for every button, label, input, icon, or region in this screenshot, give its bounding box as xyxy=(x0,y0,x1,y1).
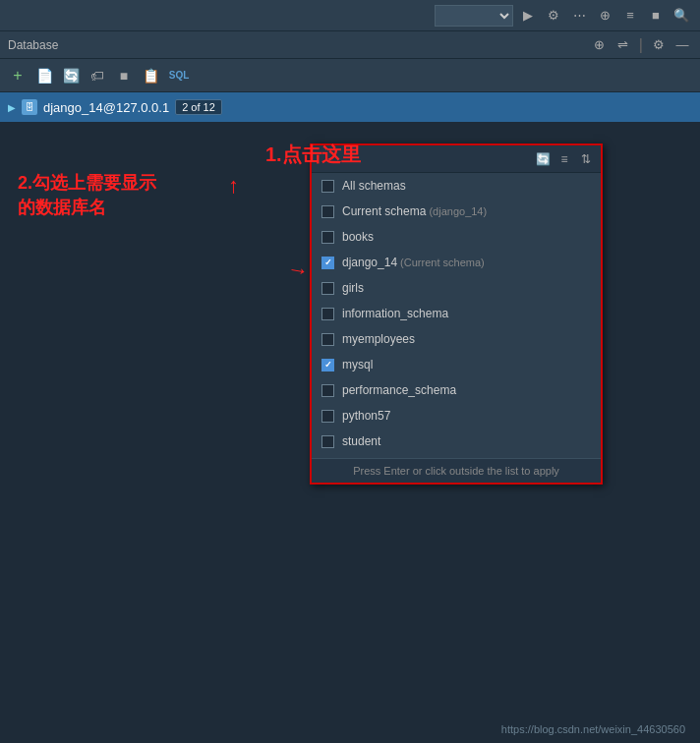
stop2-btn[interactable]: ■ xyxy=(112,64,136,87)
schema-checkbox[interactable] xyxy=(321,333,334,346)
schema-list: All schemasCurrent schema (django_14)boo… xyxy=(312,173,601,458)
schema-checkbox[interactable] xyxy=(321,410,334,423)
schema-label: All schemas xyxy=(342,179,406,193)
schema-checkbox[interactable] xyxy=(321,180,334,193)
globe-btn[interactable]: ⊕ xyxy=(594,5,615,27)
schema-label: myemployees xyxy=(342,332,415,346)
schema-label: mysql xyxy=(342,358,373,372)
schema-checkbox[interactable] xyxy=(321,231,334,244)
main-content: 1.点击这里 ↑ 2.勾选上需要显示 的数据库名 → 🔄 ≡ ⇅ All sch… xyxy=(0,122,700,743)
schema-list-item[interactable]: books xyxy=(312,224,601,250)
sql-btn[interactable]: SQL xyxy=(165,64,193,87)
list-btn[interactable]: ≡ xyxy=(619,5,641,27)
schema-footer: Press Enter or click outside the list to… xyxy=(312,458,601,483)
schema-checkbox[interactable] xyxy=(321,257,334,269)
db-panel-actions: ⊕ ⇌ | ⚙ — xyxy=(590,35,692,55)
bottom-url: https://blog.csdn.net/weixin_44630560 xyxy=(501,723,685,735)
annotation-step2: 2.勾选上需要显示 的数据库名 xyxy=(18,171,156,220)
clipboard-btn[interactable]: 📋 xyxy=(139,64,162,87)
schema-list-item[interactable]: Current schema (django_14) xyxy=(312,199,601,224)
dots-btn[interactable]: ⋯ xyxy=(568,5,590,27)
schema-dropdown-header: 🔄 ≡ ⇅ xyxy=(312,145,601,173)
schema-list-item[interactable]: django_14 (Current schema) xyxy=(312,250,601,275)
db-panel-title: Database xyxy=(8,38,58,52)
schema-list-item[interactable]: python57 xyxy=(312,403,601,429)
refresh-btn[interactable]: 🔄 xyxy=(59,64,83,87)
schema-list-item[interactable]: girls xyxy=(312,275,601,301)
schema-label: information_schema xyxy=(342,307,448,320)
arrow-step2: → xyxy=(285,256,311,284)
toolbar-right: ▶ ⚙ ⋯ ⊕ ≡ ■ 🔍 xyxy=(435,5,692,27)
db-toolbar: + 📄 🔄 🏷 ■ 📋 SQL xyxy=(0,59,700,92)
gear-btn[interactable]: ⚙ xyxy=(543,5,564,27)
schema-checkbox[interactable] xyxy=(321,308,334,320)
schema-check-all-btn[interactable]: ≡ xyxy=(555,150,573,168)
stop-btn[interactable]: ■ xyxy=(645,5,667,27)
schema-checkbox[interactable] xyxy=(321,435,334,448)
schema-list-item[interactable]: All schemas xyxy=(312,173,601,199)
toolbar-select[interactable] xyxy=(435,5,513,27)
schema-label: python57 xyxy=(342,409,390,423)
add-btn[interactable]: + xyxy=(6,64,29,87)
sync-btn[interactable]: ⇌ xyxy=(613,35,633,55)
schema-refresh-btn[interactable]: 🔄 xyxy=(534,150,552,168)
schema-dropdown: 🔄 ≡ ⇅ All schemasCurrent schema (django_… xyxy=(310,143,603,485)
schema-list-item[interactable]: mysql xyxy=(312,352,601,377)
schema-label: django_14 (Current schema) xyxy=(342,256,485,269)
arrow-step1: ↑ xyxy=(228,173,239,199)
schema-checkbox[interactable] xyxy=(321,384,334,397)
schema-label: books xyxy=(342,230,374,244)
file-btn[interactable]: 📄 xyxy=(32,64,56,87)
top-toolbar: ▶ ⚙ ⋯ ⊕ ≡ ■ 🔍 xyxy=(0,0,700,31)
settings-btn[interactable]: ⚙ xyxy=(649,35,669,55)
schema-list-item[interactable]: student xyxy=(312,429,601,454)
add-db-btn[interactable]: ⊕ xyxy=(590,35,610,55)
minimize-btn[interactable]: — xyxy=(672,35,692,55)
schema-count-badge[interactable]: 2 of 12 xyxy=(175,99,222,115)
schema-label: girls xyxy=(342,281,364,295)
expand-arrow[interactable]: ▶ xyxy=(8,102,16,113)
connection-name: django_14@127.0.0.1 xyxy=(43,100,169,115)
schema-sort-btn[interactable]: ⇅ xyxy=(577,150,595,168)
schema-label: Current schema (django_14) xyxy=(342,204,487,218)
tag-btn[interactable]: 🏷 xyxy=(86,64,109,87)
schema-checkbox[interactable] xyxy=(321,282,334,295)
play-btn[interactable]: ▶ xyxy=(517,5,539,27)
schema-list-item[interactable]: information_schema xyxy=(312,301,601,326)
schema-label: performance_schema xyxy=(342,383,456,397)
db-icon: 🗄 xyxy=(22,99,37,115)
schema-list-item[interactable]: performance_schema xyxy=(312,377,601,403)
schema-checkbox[interactable] xyxy=(321,359,334,372)
search-btn[interactable]: 🔍 xyxy=(671,5,692,27)
schema-list-item[interactable]: myemployees xyxy=(312,326,601,352)
connection-row: ▶ 🗄 django_14@127.0.0.1 2 of 12 xyxy=(0,92,700,122)
schema-checkbox[interactable] xyxy=(321,205,334,218)
db-panel-header: Database ⊕ ⇌ | ⚙ — xyxy=(0,31,700,59)
schema-label: student xyxy=(342,434,380,448)
